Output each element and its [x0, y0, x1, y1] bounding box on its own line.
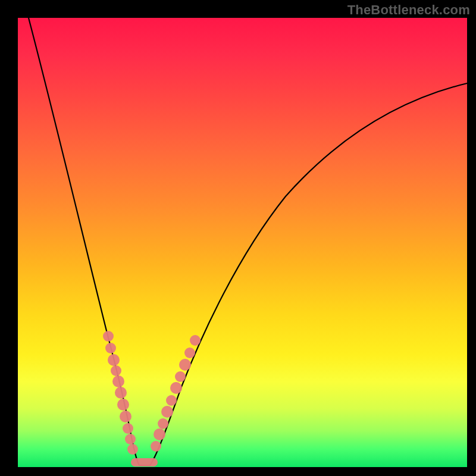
- cluster-dot: [105, 343, 116, 353]
- cluster-dot: [117, 399, 129, 411]
- cluster-dot: [179, 359, 191, 371]
- left-dot-cluster: [103, 331, 138, 455]
- cluster-dot: [115, 387, 127, 399]
- cluster-dot: [158, 418, 168, 429]
- plot-area: [18, 18, 467, 467]
- cluster-dot: [175, 371, 186, 382]
- right-dot-cluster: [151, 335, 201, 452]
- bottleneck-curve-svg: [18, 18, 467, 467]
- cluster-dot: [103, 331, 114, 342]
- cluster-dot: [108, 354, 120, 366]
- bottleneck-curve: [29, 18, 467, 465]
- cluster-dot: [120, 411, 131, 422]
- cluster-dot: [161, 406, 173, 418]
- cluster-dot: [151, 441, 161, 452]
- cluster-dot: [127, 444, 138, 455]
- cluster-dot: [170, 382, 182, 394]
- watermark-text: TheBottleneck.com: [347, 2, 470, 18]
- cluster-dot: [123, 423, 133, 434]
- chart-frame: TheBottleneck.com: [0, 0, 476, 476]
- cluster-dot: [166, 395, 177, 406]
- cluster-dot: [190, 335, 201, 346]
- cluster-dot: [112, 375, 124, 387]
- cluster-dot: [184, 347, 195, 358]
- cluster-dot: [111, 365, 121, 376]
- cluster-dot: [125, 434, 136, 444]
- cluster-dot: [154, 428, 165, 440]
